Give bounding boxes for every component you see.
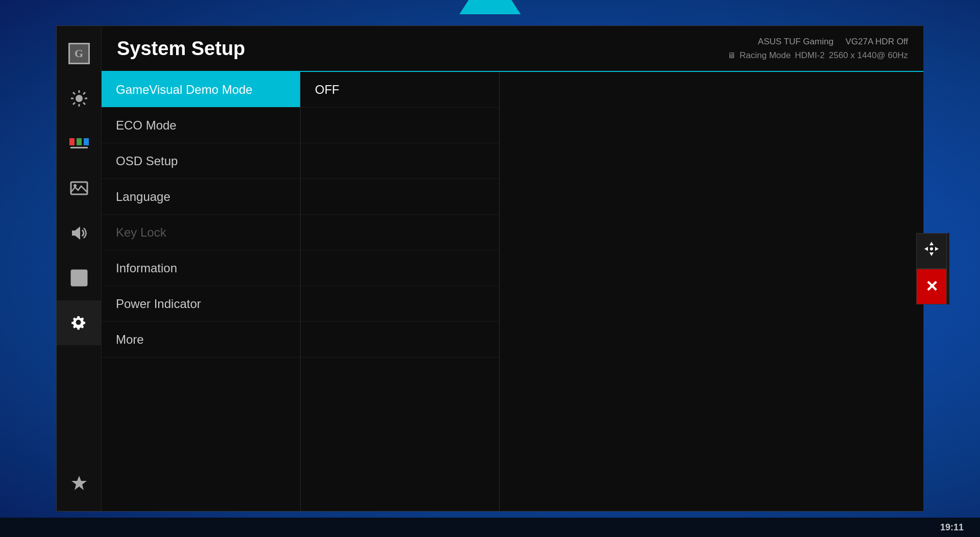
sidebar-item-sound[interactable]	[57, 211, 102, 255]
nav-move-button[interactable]	[916, 233, 947, 269]
sidebar: G	[57, 26, 102, 511]
menu-item-more[interactable]: More	[102, 322, 300, 357]
svg-marker-17	[924, 247, 928, 251]
value-more	[301, 322, 499, 357]
menu-item-eco-mode[interactable]: ECO Mode	[102, 108, 300, 143]
sidebar-item-image[interactable]	[57, 166, 102, 211]
monitor-model: VG27A HDR Off	[845, 37, 908, 46]
mode-line: 🖥 Racing Mode HDMI-2 2560 x 1440@ 60Hz	[727, 48, 908, 62]
menu-area: GameVisual Demo Mode ECO Mode OSD Setup …	[102, 72, 923, 511]
page-title: System Setup	[117, 38, 245, 60]
top-accent-decoration	[459, 0, 521, 14]
osd-container: G	[56, 25, 924, 512]
nav-buttons: ✕	[916, 233, 949, 304]
nav-close-button[interactable]: ✕	[916, 269, 947, 304]
menu-item-osd-setup[interactable]: OSD Setup	[102, 143, 300, 179]
monitor-icon: 🖥	[727, 49, 736, 62]
value-language	[301, 179, 499, 215]
right-panel	[500, 72, 923, 511]
main-content: System Setup ASUS TUF Gaming VG27A HDR O…	[102, 26, 923, 511]
display-mode: Racing Mode	[740, 48, 791, 62]
svg-line-6	[83, 103, 85, 105]
svg-line-8	[73, 103, 75, 105]
monitor-brand: ASUS TUF Gaming	[758, 37, 834, 46]
menu-item-information[interactable]: Information	[102, 250, 300, 286]
value-eco-mode	[301, 108, 499, 143]
svg-marker-18	[935, 247, 939, 251]
header: System Setup ASUS TUF Gaming VG27A HDR O…	[102, 26, 923, 72]
value-key-lock	[301, 215, 499, 250]
menu-values: OFF	[301, 72, 500, 511]
sidebar-item-system[interactable]	[57, 300, 102, 345]
monitor-brand-model: ASUS TUF Gaming VG27A HDR Off	[727, 35, 908, 48]
value-gamevisual-demo: OFF	[301, 72, 499, 108]
close-icon: ✕	[925, 277, 938, 295]
value-osd-setup	[301, 143, 499, 179]
svg-marker-16	[929, 252, 934, 256]
menu-item-key-lock: Key Lock	[102, 215, 300, 250]
input-source: HDMI-2	[795, 48, 825, 62]
sidebar-item-input[interactable]	[57, 255, 102, 300]
svg-line-5	[73, 92, 75, 94]
svg-marker-14	[71, 476, 87, 490]
svg-point-10	[74, 184, 77, 187]
svg-line-7	[83, 92, 85, 94]
svg-marker-11	[72, 226, 80, 240]
clock: 19:11	[940, 522, 964, 533]
move-icon	[923, 241, 940, 261]
svg-point-19	[930, 247, 933, 250]
menu-list: GameVisual Demo Mode ECO Mode OSD Setup …	[102, 72, 301, 511]
menu-item-language[interactable]: Language	[102, 179, 300, 215]
svg-marker-15	[929, 242, 934, 245]
svg-point-0	[76, 95, 83, 102]
value-power-indicator	[301, 286, 499, 322]
sidebar-item-gamevisual[interactable]: G	[57, 31, 102, 76]
value-information	[301, 250, 499, 286]
sidebar-item-color[interactable]	[57, 121, 102, 166]
sidebar-item-favorite[interactable]	[57, 461, 102, 506]
resolution: 2560 x 1440@ 60Hz	[829, 48, 908, 62]
bottom-bar: 19:11	[0, 518, 980, 537]
sidebar-item-brightness[interactable]	[57, 76, 102, 121]
menu-item-gamevisual-demo[interactable]: GameVisual Demo Mode	[102, 72, 300, 108]
menu-item-power-indicator[interactable]: Power Indicator	[102, 286, 300, 322]
header-info: ASUS TUF Gaming VG27A HDR Off 🖥 Racing M…	[727, 35, 908, 62]
